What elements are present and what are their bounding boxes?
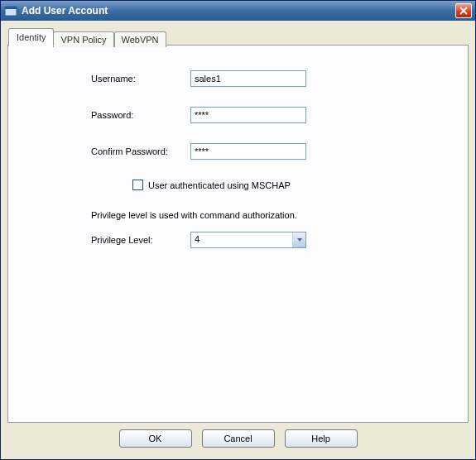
svg-rect-1 (5, 7, 17, 9)
row-username: Username: (25, 70, 451, 87)
mschap-checkbox[interactable] (132, 180, 143, 190)
mschap-label: User authenticated using MSCHAP (148, 180, 291, 190)
help-button[interactable]: Help (285, 429, 358, 448)
button-row: OK Cancel Help (7, 423, 469, 453)
tab-identity[interactable]: Identity (8, 28, 54, 46)
password-label: Password: (91, 110, 190, 120)
app-icon (4, 4, 17, 17)
username-input[interactable] (190, 70, 306, 87)
window-title: Add User Account (22, 5, 455, 17)
tab-label: WebVPN (122, 35, 159, 45)
cancel-button[interactable]: Cancel (202, 429, 275, 448)
identity-panel: Username: Password: Confirm Password: Us… (7, 45, 469, 423)
close-icon (459, 7, 468, 15)
close-button[interactable] (455, 3, 472, 18)
confirm-password-input[interactable] (190, 143, 306, 160)
tab-webvpn[interactable]: WebVPN (114, 31, 166, 47)
button-label: Cancel (224, 434, 252, 443)
chevron-down-icon (296, 237, 303, 243)
row-password: Password: (25, 107, 451, 123)
titlebar: Add User Account (1, 1, 475, 21)
privilege-level-label: Privilege Level: (91, 235, 190, 245)
dialog-window: Add User Account Identity VPN Policy Web… (0, 0, 476, 460)
confirm-password-label: Confirm Password: (91, 146, 190, 156)
ok-button[interactable]: OK (119, 429, 192, 448)
tab-strip: Identity VPN Policy WebVPN (7, 27, 469, 46)
row-confirm-password: Confirm Password: (25, 143, 451, 160)
button-label: OK (149, 434, 162, 443)
password-input[interactable] (190, 107, 306, 123)
client-area: Identity VPN Policy WebVPN Username: Pas… (1, 21, 475, 459)
username-label: Username: (91, 74, 190, 84)
privilege-level-value: 4 (191, 232, 292, 247)
button-label: Help (311, 434, 330, 443)
privilege-level-select[interactable]: 4 (190, 232, 306, 248)
dropdown-button[interactable] (292, 232, 305, 247)
tab-vpn-policy[interactable]: VPN Policy (53, 31, 113, 47)
privilege-note: Privilege level is used with command aut… (25, 210, 451, 220)
tab-label: VPN Policy (60, 35, 106, 45)
row-privilege-level: Privilege Level: 4 (25, 232, 451, 248)
tab-label: Identity (17, 32, 46, 42)
row-mschap: User authenticated using MSCHAP (25, 180, 451, 190)
